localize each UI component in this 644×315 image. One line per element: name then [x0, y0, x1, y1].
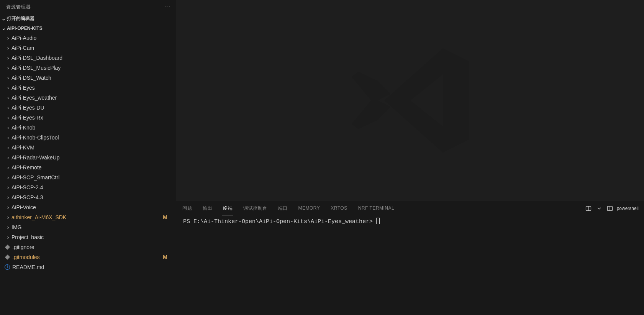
explorer-title: 资源管理器: [6, 4, 31, 10]
folder-item[interactable]: ›IMG: [0, 222, 176, 232]
panel-tab[interactable]: 输出: [202, 202, 213, 215]
file-item[interactable]: iREADME.md: [0, 262, 176, 272]
panel-tab[interactable]: 端口: [277, 202, 288, 215]
item-label: AiPi-Eyes: [11, 85, 171, 91]
chevron-right-icon: ›: [5, 125, 11, 131]
chevron-right-icon: ›: [5, 214, 11, 220]
file-item[interactable]: .gitmodulesM: [0, 252, 176, 262]
chevron-right-icon: ›: [5, 105, 11, 111]
panel-layout-icon[interactable]: [585, 205, 592, 212]
folder-item[interactable]: ›AiPi-Voice: [0, 202, 176, 212]
item-label: AiPi-Remote: [11, 164, 171, 171]
folder-item[interactable]: ›AiPi-DSL_Dashboard: [0, 53, 176, 63]
chevron-right-icon: ›: [5, 45, 11, 51]
folder-item[interactable]: ›AiPi-Eyes_weather: [0, 93, 176, 103]
chevron-right-icon: ›: [5, 35, 11, 41]
panel-tab[interactable]: XRTOS: [330, 202, 348, 215]
panel-tab[interactable]: NRF TERMINAL: [357, 202, 395, 215]
terminal-output[interactable]: PS E:\Ai-Thinker-Open\AiPi-Open-Kits\AiP…: [176, 215, 644, 315]
chevron-right-icon: ›: [5, 164, 11, 171]
item-label: AiPi-Eyes-DU: [11, 105, 171, 111]
item-label: AiPi-Eyes-Rx: [11, 115, 171, 121]
vscode-logo-icon: [345, 35, 475, 166]
open-editors-label: 打开的编辑器: [7, 15, 34, 22]
panel-tab[interactable]: MEMORY: [298, 202, 321, 215]
folder-item[interactable]: ›AiPi-Eyes-DU: [0, 103, 176, 113]
git-file-icon: [5, 255, 11, 259]
readme-file-icon: i: [5, 264, 11, 270]
item-label: Project_basic: [11, 234, 171, 240]
panel-tab[interactable]: 终端: [222, 202, 233, 215]
item-label: AiPi-Cam: [11, 45, 171, 51]
split-terminal-icon[interactable]: [606, 205, 614, 212]
folder-item[interactable]: ›AiPi-Eyes-Rx: [0, 113, 176, 123]
editor-area: 问题输出终端调试控制台端口MEMORYXRTOSNRF TERMINAL pow…: [176, 0, 644, 315]
folder-item[interactable]: ›AiPi-DSL_Watch: [0, 73, 176, 83]
folder-item[interactable]: ›AiPi-Knob: [0, 123, 176, 133]
item-label: .gitmodules: [12, 254, 163, 260]
panel-tab[interactable]: 调试控制台: [243, 202, 268, 215]
item-label: AiPi-DSL_Dashboard: [11, 55, 171, 61]
chevron-right-icon: ›: [5, 234, 11, 240]
terminal-cursor: [376, 218, 380, 224]
git-file-icon: [5, 245, 11, 249]
folder-item[interactable]: ›AiPi-DSL_MusicPlay: [0, 63, 176, 73]
project-name: AIPI-OPEN-KITS: [7, 26, 43, 31]
more-icon[interactable]: ···: [162, 3, 173, 10]
item-label: AiPi-Knob: [11, 125, 171, 131]
folder-item[interactable]: ›AiPi-SCP_SmartCtrl: [0, 172, 176, 182]
modified-badge: M: [163, 214, 171, 220]
folder-item[interactable]: ›AiPi-Eyes: [0, 83, 176, 93]
chevron-right-icon: ›: [5, 115, 11, 121]
file-item[interactable]: .gitignore: [0, 242, 176, 252]
chevron-down-icon: ⌄: [0, 25, 7, 31]
bottom-panel: 问题输出终端调试控制台端口MEMORYXRTOSNRF TERMINAL pow…: [176, 201, 644, 315]
terminal-shell-name[interactable]: powershell: [617, 206, 639, 211]
item-label: AiPi-Voice: [11, 204, 171, 210]
folder-item[interactable]: ›AiPi-Audio: [0, 33, 176, 43]
item-label: aithinker_Ai-M6X_SDK: [11, 214, 163, 220]
item-label: AiPi-Eyes_weather: [11, 95, 171, 101]
explorer-title-bar: 资源管理器 ···: [0, 0, 176, 14]
chevron-right-icon: ›: [5, 85, 11, 91]
item-label: AiPi-Radar-WakeUp: [11, 154, 171, 161]
folder-item[interactable]: ›aithinker_Ai-M6X_SDKM: [0, 212, 176, 222]
chevron-right-icon: ›: [5, 184, 11, 190]
chevron-right-icon: ›: [5, 154, 11, 161]
chevron-right-icon: ›: [5, 65, 11, 71]
item-label: AiPi-SCP-2.4: [11, 184, 171, 190]
item-label: AiPi-DSL_MusicPlay: [11, 65, 171, 71]
chevron-right-icon: ›: [5, 174, 11, 180]
item-label: AiPi-DSL_Watch: [11, 75, 171, 81]
explorer-sidebar: 资源管理器 ··· ⌄ 打开的编辑器 ⌄ AIPI-OPEN-KITS ›AiP…: [0, 0, 176, 315]
folder-item[interactable]: ›AiPi-Knob-ClipsTool: [0, 133, 176, 143]
item-label: AiPi-KVM: [11, 144, 171, 151]
file-tree: ›AiPi-Audio›AiPi-Cam›AiPi-DSL_Dashboard›…: [0, 33, 176, 272]
chevron-right-icon: ›: [5, 204, 11, 210]
folder-item[interactable]: ›AiPi-SCP-2.4: [0, 182, 176, 192]
chevron-right-icon: ›: [5, 224, 11, 230]
folder-item[interactable]: ›AiPi-Radar-WakeUp: [0, 153, 176, 162]
chevron-down-icon: ⌄: [0, 16, 7, 21]
folder-item[interactable]: ›AiPi-SCP-4.3: [0, 192, 176, 202]
chevron-right-icon: ›: [5, 135, 11, 141]
item-label: AiPi-Audio: [11, 35, 171, 41]
folder-item[interactable]: ›AiPi-Cam: [0, 43, 176, 53]
panel-tab[interactable]: 问题: [182, 202, 193, 215]
chevron-right-icon: ›: [5, 95, 11, 101]
modified-badge: M: [163, 254, 171, 260]
folder-item[interactable]: ›AiPi-Remote: [0, 162, 176, 172]
item-label: AiPi-SCP-4.3: [11, 194, 171, 200]
chevron-right-icon: ›: [5, 194, 11, 200]
open-editors-section[interactable]: ⌄ 打开的编辑器: [0, 14, 176, 23]
chevron-right-icon: ›: [5, 75, 11, 81]
folder-item[interactable]: ›Project_basic: [0, 232, 176, 242]
item-label: AiPi-SCP_SmartCtrl: [11, 174, 171, 180]
chevron-down-icon[interactable]: [595, 205, 603, 212]
terminal-prompt: PS E:\Ai-Thinker-Open\AiPi-Open-Kits\AiP…: [183, 218, 376, 225]
panel-tab-bar: 问题输出终端调试控制台端口MEMORYXRTOSNRF TERMINAL pow…: [176, 201, 644, 215]
empty-editor-watermark: [176, 0, 644, 201]
item-label: IMG: [11, 224, 171, 230]
folder-item[interactable]: ›AiPi-KVM: [0, 143, 176, 153]
project-root-section[interactable]: ⌄ AIPI-OPEN-KITS: [0, 23, 176, 33]
